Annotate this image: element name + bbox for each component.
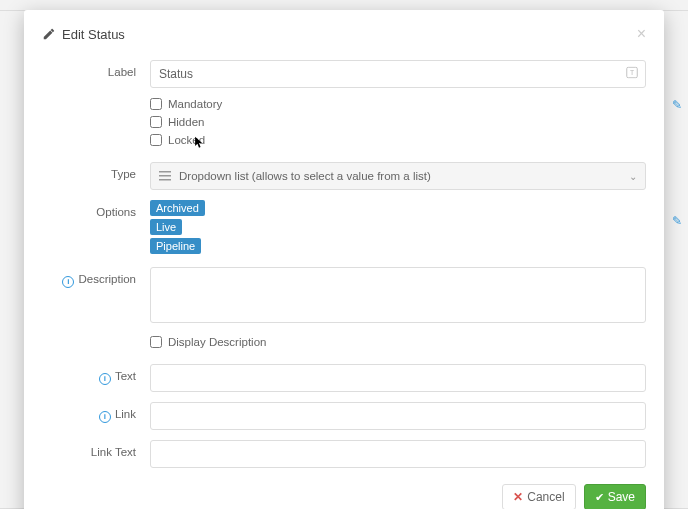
label-input[interactable] (150, 60, 646, 88)
link-input[interactable] (150, 402, 646, 430)
mandatory-label: Mandatory (168, 98, 222, 110)
mandatory-checkbox-row: Mandatory (150, 98, 646, 110)
options-label: Options (42, 200, 150, 218)
type-value: Dropdown list (allows to select a value … (179, 170, 431, 182)
label-label: Label (42, 60, 150, 78)
hidden-checkbox[interactable] (150, 116, 162, 128)
modal-title: Edit Status (62, 27, 125, 42)
type-label: Type (42, 162, 150, 180)
row-edit-icon: ✎ (672, 98, 682, 112)
locked-checkbox[interactable] (150, 134, 162, 146)
svg-text:T: T (630, 69, 634, 76)
info-icon[interactable]: i (99, 373, 111, 385)
svg-rect-2 (159, 171, 171, 173)
display-description-checkbox[interactable] (150, 336, 162, 348)
description-input[interactable] (150, 267, 646, 323)
modal-header: Edit Status × (42, 26, 646, 42)
locked-checkbox-row: Locked (150, 134, 646, 146)
chevron-down-icon: ⌄ (629, 171, 637, 182)
close-button[interactable]: × (637, 26, 646, 42)
link-label: iLink (42, 402, 150, 423)
edit-status-modal: Edit Status × Label T Mandatory Hidden (24, 10, 664, 509)
text-input[interactable] (150, 364, 646, 392)
cancel-button[interactable]: ✕ Cancel (502, 484, 575, 509)
text-label: iText (42, 364, 150, 385)
edit-icon (42, 27, 56, 41)
row-edit-icon: ✎ (672, 214, 682, 228)
modal-footer: ✕ Cancel ✔ Save (42, 484, 646, 509)
option-tag[interactable]: Live (150, 219, 182, 235)
link-text-label: Link Text (42, 440, 150, 458)
link-text-input[interactable] (150, 440, 646, 468)
check-icon: ✔ (595, 491, 604, 504)
info-icon[interactable]: i (99, 411, 111, 423)
translate-icon[interactable]: T (626, 67, 638, 82)
type-select[interactable]: Dropdown list (allows to select a value … (150, 162, 646, 190)
mandatory-checkbox[interactable] (150, 98, 162, 110)
description-label: iDescription (42, 267, 150, 288)
x-icon: ✕ (513, 490, 523, 504)
display-description-label: Display Description (168, 336, 266, 348)
svg-rect-3 (159, 175, 171, 177)
locked-label: Locked (168, 134, 205, 146)
hidden-checkbox-row: Hidden (150, 116, 646, 128)
info-icon[interactable]: i (62, 276, 74, 288)
list-icon (159, 171, 171, 181)
svg-rect-4 (159, 179, 171, 181)
hidden-label: Hidden (168, 116, 204, 128)
option-tag[interactable]: Archived (150, 200, 205, 216)
option-tag[interactable]: Pipeline (150, 238, 201, 254)
display-description-row: Display Description (150, 336, 646, 348)
save-button[interactable]: ✔ Save (584, 484, 646, 509)
